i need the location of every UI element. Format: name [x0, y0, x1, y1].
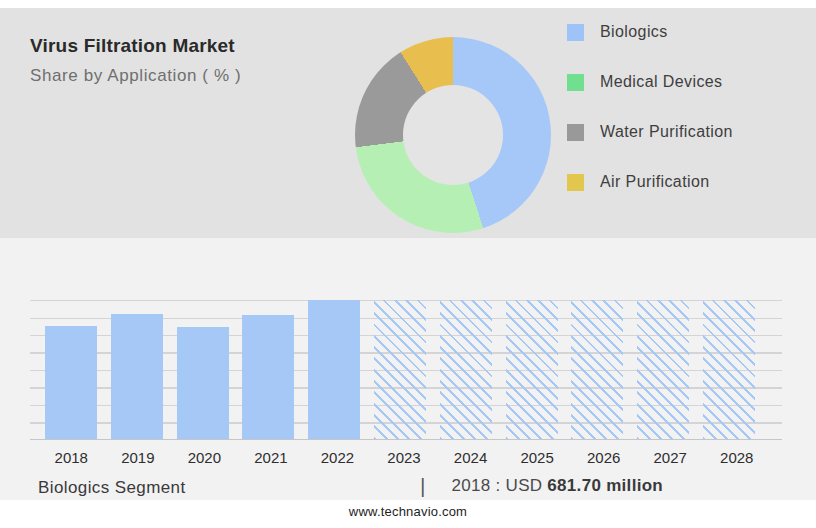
bar-column-2026 [565, 300, 631, 439]
stat-prefix: 2018 : USD [451, 476, 542, 495]
donut-section: Virus Filtration Market Share by Applica… [0, 8, 816, 238]
x-tick-2024: 2024 [437, 449, 504, 466]
x-tick-2027: 2027 [637, 449, 704, 466]
x-axis-labels: 2018201920202021202220232024202520262027… [38, 449, 770, 466]
footer: www.technavio.com [0, 500, 816, 528]
x-tick-2018: 2018 [38, 449, 105, 466]
stat-block: | 2018 : USD681.70 million [420, 475, 663, 496]
bar-2022 [308, 300, 360, 439]
page-title: Virus Filtration Market [30, 35, 241, 57]
stat-text: 2018 : USD681.70 million [451, 476, 663, 496]
donut-hole [403, 85, 503, 185]
website-url: www.technavio.com [349, 504, 467, 519]
infographic-canvas: Virus Filtration Market Share by Applica… [0, 0, 816, 528]
legend-swatch-icon [567, 24, 584, 41]
legend-item-medical-devices: Medical Devices [567, 73, 733, 91]
title-block: Virus Filtration Market Share by Applica… [30, 35, 241, 86]
bar-column-2028 [696, 300, 762, 439]
bars-container [38, 300, 762, 439]
legend-swatch-icon [567, 124, 584, 141]
bar-column-2018 [38, 300, 104, 439]
bar-2028 [703, 300, 755, 439]
bar-column-2023 [367, 300, 433, 439]
bar-2027 [637, 300, 689, 439]
stat-value: 681.70 million [547, 476, 663, 495]
bar-2019 [111, 314, 163, 439]
legend-label: Water Purification [600, 123, 733, 141]
x-tick-2020: 2020 [171, 449, 238, 466]
donut-legend: BiologicsMedical DevicesWater Purificati… [567, 23, 733, 191]
x-tick-2026: 2026 [570, 449, 637, 466]
x-tick-2023: 2023 [371, 449, 438, 466]
bar-column-2025 [499, 300, 565, 439]
bar-2024 [440, 300, 492, 439]
legend-label: Medical Devices [600, 73, 722, 91]
legend-item-biologics: Biologics [567, 23, 733, 41]
bar-column-2024 [433, 300, 499, 439]
legend-item-air-purification: Air Purification [567, 173, 733, 191]
bar-column-2027 [630, 300, 696, 439]
bar-column-2022 [301, 300, 367, 439]
bar-column-2019 [104, 300, 170, 439]
x-tick-2028: 2028 [703, 449, 770, 466]
x-tick-2022: 2022 [304, 449, 371, 466]
x-tick-2021: 2021 [238, 449, 305, 466]
segment-label: Biologics Segment [38, 478, 186, 498]
legend-swatch-icon [567, 74, 584, 91]
bar-2026 [571, 300, 623, 439]
bar-2020 [177, 327, 229, 439]
x-tick-2025: 2025 [504, 449, 571, 466]
donut-chart [355, 37, 551, 233]
x-tick-2019: 2019 [105, 449, 172, 466]
bar-2021 [242, 315, 294, 439]
page-subtitle: Share by Application ( % ) [30, 66, 241, 86]
legend-label: Biologics [600, 23, 668, 41]
legend-label: Air Purification [600, 173, 710, 191]
bar-column-2021 [235, 300, 301, 439]
bar-column-2020 [170, 300, 236, 439]
legend-swatch-icon [567, 174, 584, 191]
legend-item-water-purification: Water Purification [567, 123, 733, 141]
caption-separator: | [420, 475, 425, 496]
bar-2018 [45, 326, 97, 439]
bar-2023 [374, 300, 426, 439]
bar-2025 [506, 300, 558, 439]
bar-chart-plot [30, 300, 782, 440]
